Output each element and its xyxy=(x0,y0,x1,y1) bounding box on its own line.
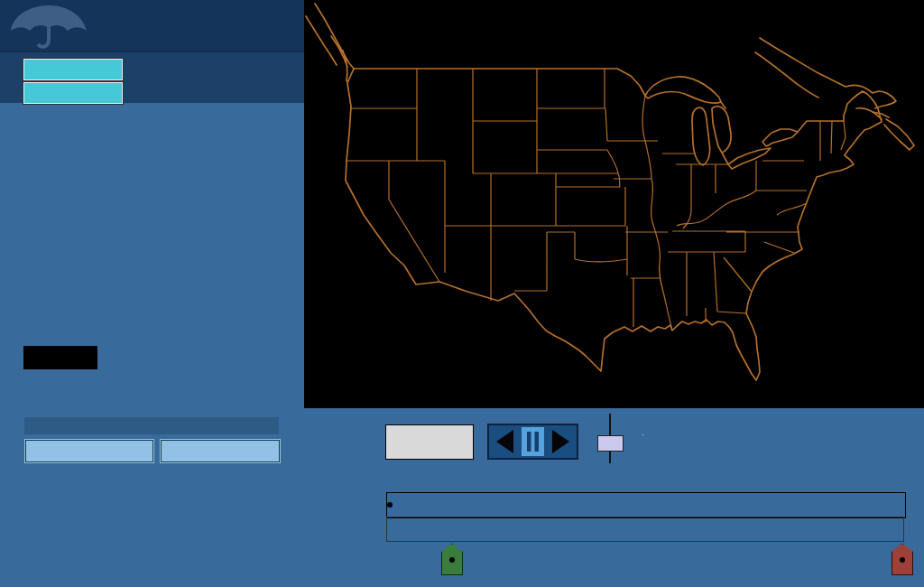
status-bar xyxy=(24,417,279,434)
pause-button[interactable] xyxy=(522,427,544,456)
us-map[interactable] xyxy=(304,0,924,408)
text-reports-button[interactable] xyxy=(23,59,123,80)
basemap-svg xyxy=(304,0,924,408)
window-start-handle[interactable] xyxy=(441,544,463,575)
window-end-handle[interactable] xyxy=(892,544,913,575)
playhead-dot xyxy=(387,502,393,508)
pause-bar-icon xyxy=(535,432,540,452)
playback-controls[interactable] xyxy=(487,424,578,460)
zoom-out-full-button[interactable] xyxy=(25,440,153,462)
speed-slider-handle[interactable] xyxy=(597,435,624,452)
handle-dot xyxy=(449,557,455,563)
handle-dot xyxy=(900,557,905,563)
time-strip-bar[interactable] xyxy=(386,492,906,518)
pause-bar-icon xyxy=(527,432,531,452)
state-borders xyxy=(346,69,845,331)
time-strip-ticks[interactable] xyxy=(386,517,904,542)
day-grid-filler xyxy=(23,346,97,369)
header-band xyxy=(0,51,304,103)
umbrella-logo xyxy=(2,0,101,51)
zoom-out-x2-button[interactable] xyxy=(161,440,280,462)
ping-project-app xyxy=(0,0,924,587)
duration-button-group xyxy=(642,434,643,435)
header xyxy=(0,0,304,51)
help-tutorial-button[interactable] xyxy=(23,82,123,104)
show-history-toggle[interactable] xyxy=(385,424,474,460)
coastline xyxy=(306,4,914,380)
